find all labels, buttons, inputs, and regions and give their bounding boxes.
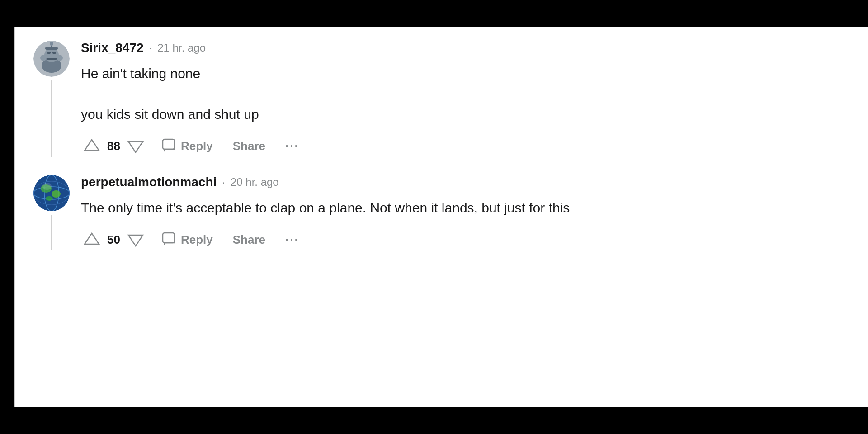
- username-1[interactable]: Sirix_8472: [81, 41, 144, 55]
- svg-marker-23: [85, 233, 99, 244]
- upvote-button-2[interactable]: [81, 229, 103, 250]
- upvote-icon-2: [84, 231, 100, 248]
- vote-section-2: 50: [81, 229, 146, 250]
- comment-line1-1: He ain't taking none: [81, 63, 850, 84]
- downvote-icon-2: [127, 231, 144, 248]
- reply-label-2: Reply: [181, 233, 213, 247]
- svg-point-20: [52, 190, 61, 198]
- downvote-button-2[interactable]: [125, 229, 146, 250]
- comment-1: Sirix_8472 · 21 hr. ago He ain't taking …: [33, 41, 850, 157]
- svg-point-10: [50, 42, 53, 46]
- svg-point-7: [57, 55, 63, 61]
- comment-actions-2: 50 Reply Share: [81, 229, 850, 250]
- dot-1: ·: [149, 42, 152, 54]
- comment-left-2: [33, 175, 70, 250]
- top-bar: [0, 0, 868, 27]
- vote-count-2: 50: [107, 233, 120, 247]
- share-label-2: Share: [233, 233, 265, 247]
- svg-point-15: [33, 175, 70, 211]
- comment-text-2: The only time it's acceptable to clap on…: [81, 198, 850, 218]
- time-2: 20 hr. ago: [231, 176, 279, 189]
- upvote-icon-1: [84, 138, 100, 154]
- share-button-1[interactable]: Share: [228, 137, 270, 156]
- reply-button-1[interactable]: Reply: [157, 136, 217, 156]
- reply-button-2[interactable]: Reply: [157, 229, 217, 250]
- svg-marker-11: [85, 140, 99, 151]
- svg-point-2: [44, 48, 59, 62]
- svg-marker-24: [128, 235, 143, 246]
- upvote-button-1[interactable]: [81, 135, 103, 157]
- svg-rect-3: [47, 52, 51, 54]
- downvote-icon-1: [127, 138, 144, 154]
- comment-header-2: perpetualmotionmachi · 20 hr. ago: [81, 175, 850, 189]
- comment-2: perpetualmotionmachi · 20 hr. ago The on…: [33, 175, 850, 250]
- comment-body-2: perpetualmotionmachi · 20 hr. ago The on…: [79, 175, 850, 250]
- dot-2: ·: [222, 176, 225, 189]
- reply-icon-1: [162, 138, 177, 154]
- avatar-2: [33, 175, 70, 211]
- svg-rect-8: [45, 47, 58, 50]
- comment-body-1: Sirix_8472 · 21 hr. ago He ain't taking …: [79, 41, 850, 157]
- time-1: 21 hr. ago: [157, 42, 206, 54]
- thread-line-1: [51, 80, 52, 157]
- avatar-1: [33, 41, 70, 77]
- svg-point-22: [42, 183, 52, 190]
- comment-text-1: He ain't taking none you kids sit down a…: [81, 63, 850, 124]
- vote-section-1: 88: [81, 135, 146, 157]
- reply-label-1: Reply: [181, 139, 213, 153]
- svg-marker-12: [128, 142, 143, 152]
- comment-actions-1: 88 Reply Share: [81, 135, 850, 157]
- svg-rect-5: [46, 58, 57, 60]
- svg-point-21: [46, 196, 53, 201]
- reply-icon-2: [162, 232, 177, 247]
- svg-rect-13: [163, 139, 175, 149]
- comment-header-1: Sirix_8472 · 21 hr. ago: [81, 41, 850, 55]
- content-area: Sirix_8472 · 21 hr. ago He ain't taking …: [14, 27, 868, 407]
- downvote-button-1[interactable]: [125, 135, 146, 157]
- comment-line2-1: you kids sit down and shut up: [81, 104, 850, 124]
- username-2[interactable]: perpetualmotionmachi: [81, 175, 217, 189]
- more-button-2[interactable]: ···: [281, 230, 304, 250]
- share-button-2[interactable]: Share: [228, 230, 270, 250]
- vote-count-1: 88: [107, 139, 120, 153]
- svg-rect-25: [163, 233, 175, 243]
- svg-point-6: [40, 55, 47, 61]
- comment-line1-2: The only time it's acceptable to clap on…: [81, 198, 850, 218]
- comment-left-1: [33, 41, 70, 157]
- thread-line-2: [51, 215, 52, 250]
- bottom-bar: [0, 407, 868, 434]
- svg-rect-4: [52, 52, 56, 54]
- share-label-1: Share: [233, 139, 265, 153]
- more-button-1[interactable]: ···: [281, 137, 304, 156]
